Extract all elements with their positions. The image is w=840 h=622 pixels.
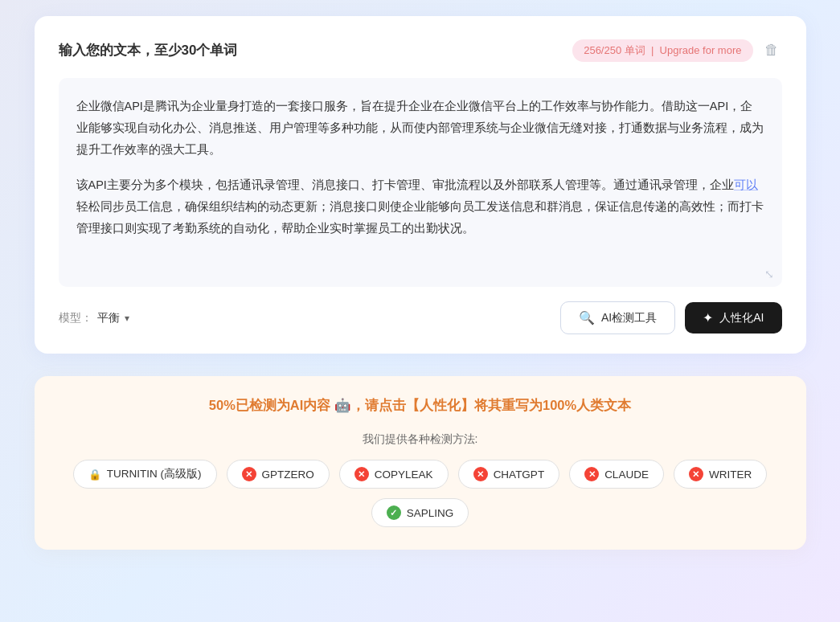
red-x-icon: ✕ — [689, 467, 703, 481]
ai-detect-button[interactable]: 🔍 AI检测工具 — [560, 301, 675, 334]
badge-chatgpt[interactable]: ✕CHATGPT — [458, 460, 560, 489]
green-check-icon: ✓ — [387, 505, 401, 520]
card-footer: 模型： 平衡 ▾ 🔍 AI检测工具 ✦ 人性化AI — [59, 301, 782, 334]
action-buttons: 🔍 AI检测工具 ✦ 人性化AI — [560, 301, 781, 334]
card-title: 输入您的文本，至少30个单词 — [59, 41, 238, 59]
model-selector[interactable]: 模型： 平衡 ▾ — [59, 311, 129, 325]
badge-writer[interactable]: ✕WRITER — [674, 460, 767, 489]
main-input-card: 输入您的文本，至少30个单词 256/250 单词 | Upgrade for … — [35, 16, 806, 354]
ai-warning-text: 50%已检测为AI内容 🤖，请点击【人性化】将其重写为100%人类文本 — [59, 397, 782, 415]
badge-label-turnitin: TURNITIN (高级版) — [107, 467, 202, 481]
detect-icon: 🔍 — [579, 310, 595, 325]
badge-claude[interactable]: ✕CLAUDE — [569, 460, 664, 489]
humanize-button[interactable]: ✦ 人性化AI — [685, 302, 781, 334]
paragraph-2: 该API主要分为多个模块，包括通讯录管理、消息接口、打卡管理、审批流程以及外部联… — [76, 174, 764, 239]
resize-handle-icon[interactable]: ⤡ — [764, 268, 774, 280]
text-content-area[interactable]: 企业微信API是腾讯为企业量身打造的一套接口服务，旨在提升企业在企业微信平台上的… — [59, 78, 782, 287]
badge-label-chatgpt: CHATGPT — [494, 469, 545, 481]
badge-copyleak[interactable]: ✕COPYLEAK — [339, 460, 449, 489]
detection-badges: 🔒TURNITIN (高级版)✕GPTZERO✕COPYLEAK✕CHATGPT… — [59, 460, 782, 527]
paragraph-1: 企业微信API是腾讯为企业量身打造的一套接口服务，旨在提升企业在企业微信平台上的… — [76, 96, 764, 160]
delete-icon[interactable]: 🗑 — [761, 39, 782, 62]
card-header: 输入您的文本，至少30个单词 256/250 单词 | Upgrade for … — [59, 39, 782, 62]
red-x-icon: ✕ — [473, 467, 488, 481]
red-x-icon: ✕ — [584, 467, 599, 481]
detection-methods-label: 我们提供各种检测方法: — [59, 432, 782, 447]
word-count-badge: 256/250 单词 | Upgrade for more — [572, 39, 752, 62]
badge-turnitin[interactable]: 🔒TURNITIN (高级版) — [73, 460, 217, 489]
word-count-area: 256/250 单词 | Upgrade for more 🗑 — [572, 39, 781, 62]
badge-label-gptzero: GPTZERO — [262, 469, 314, 481]
red-x-icon: ✕ — [354, 467, 369, 481]
humanize-icon: ✦ — [703, 310, 713, 325]
chevron-down-icon: ▾ — [125, 313, 129, 324]
badge-sapling[interactable]: ✓SAPLING — [371, 498, 469, 527]
badge-label-copyleak: COPYLEAK — [375, 469, 433, 481]
badge-label-writer: WRITER — [709, 469, 752, 481]
highlighted-text: 可以 — [734, 178, 758, 191]
red-x-icon: ✕ — [242, 467, 256, 481]
badge-gptzero[interactable]: ✕GPTZERO — [227, 460, 330, 489]
lock-icon: 🔒 — [88, 469, 101, 481]
badge-label-sapling: SAPLING — [407, 507, 454, 519]
results-card: 50%已检测为AI内容 🤖，请点击【人性化】将其重写为100%人类文本 我们提供… — [35, 376, 806, 550]
badge-label-claude: CLAUDE — [604, 469, 649, 481]
